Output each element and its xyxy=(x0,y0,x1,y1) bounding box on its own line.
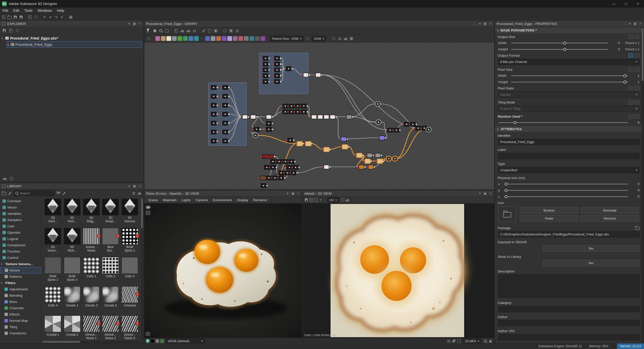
library-item[interactable]: Cells 1 xyxy=(82,257,101,286)
colorspace-select[interactable]: sRGB (default)▾ xyxy=(166,338,205,344)
library-category-effects[interactable]: Effects xyxy=(0,311,41,318)
property-select[interactable]: 8 Bits per Channel▾ xyxy=(498,59,639,65)
fx-map-node-icon[interactable] xyxy=(199,36,205,41)
chevron-down-icon[interactable]: ▾ xyxy=(1,282,4,284)
graph-wire[interactable] xyxy=(396,129,426,159)
slider-knob[interactable] xyxy=(623,74,626,77)
graph-node[interactable] xyxy=(359,165,364,169)
link-icon[interactable] xyxy=(635,100,639,104)
transform-icon[interactable] xyxy=(314,198,318,202)
library-item[interactable]: 3DPerli... xyxy=(62,199,82,228)
slider-value[interactable]: 0 xyxy=(611,47,620,51)
import-icon[interactable] xyxy=(27,15,33,20)
library-item[interactable]: 3DWorl... xyxy=(62,228,82,257)
levels-node-icon[interactable] xyxy=(222,36,227,41)
search-input[interactable] xyxy=(19,191,53,195)
pencil-icon[interactable] xyxy=(201,28,206,33)
graph-node[interactable] xyxy=(379,136,385,140)
graph-wire[interactable] xyxy=(346,138,379,139)
grid-view-icon[interactable] xyxy=(131,191,136,195)
uv-overlay-select[interactable]: UV▾ xyxy=(327,197,339,203)
funnel-icon[interactable] xyxy=(56,191,61,195)
close-icon[interactable]: × xyxy=(488,191,493,195)
pin-icon[interactable]: ▾ xyxy=(478,191,482,195)
redo-icon[interactable]: ↷ xyxy=(53,15,59,20)
library-category-cast[interactable]: Cast xyxy=(0,223,41,229)
size-select[interactable]: 2048▾ xyxy=(312,36,326,41)
graph-wire[interactable] xyxy=(311,144,324,149)
library-item[interactable]: ×BlueNoi... xyxy=(101,228,120,257)
library-item[interactable]: 3DVoronoi xyxy=(120,199,139,228)
library-category-noises[interactable]: Noises xyxy=(0,267,41,273)
library-category-adjustments[interactable]: Adjustments xyxy=(0,286,41,292)
refresh-icon[interactable] xyxy=(331,36,336,41)
chevron-down-icon[interactable]: ▾ xyxy=(1,263,4,265)
sharpen-node-icon[interactable] xyxy=(238,36,243,41)
library-category-control[interactable]: Control xyxy=(0,255,41,261)
graph-wire[interactable] xyxy=(381,122,388,130)
slider-knob[interactable] xyxy=(505,195,508,198)
lock-icon[interactable] xyxy=(488,339,493,343)
library-item[interactable]: 3DVoron... xyxy=(43,228,62,257)
view-3d-canvas[interactable] xyxy=(144,203,302,338)
3d-menu-renderer[interactable]: Renderer xyxy=(251,198,269,202)
svg-node-icon[interactable] xyxy=(244,36,249,41)
new-file-icon[interactable] xyxy=(1,15,7,20)
graph-node[interactable] xyxy=(262,154,267,159)
graph-wire[interactable] xyxy=(271,106,283,117)
pin-icon[interactable]: ▾ xyxy=(628,22,632,26)
library-item[interactable]: Cells 3 xyxy=(120,257,139,286)
save-all-icon[interactable] xyxy=(18,15,24,20)
pixel-processor-node-icon[interactable] xyxy=(233,36,238,41)
slider-value[interactable]: 1 xyxy=(630,74,639,78)
pin-icon[interactable]: ▾ xyxy=(478,22,482,26)
undo-history-icon[interactable]: ▾ xyxy=(48,15,53,20)
property-input[interactable] xyxy=(498,153,639,159)
open-file-icon[interactable] xyxy=(7,15,12,20)
float-icon[interactable]: ▣ xyxy=(483,22,487,26)
pan-tool-icon[interactable] xyxy=(152,28,157,33)
slider-value[interactable]: 6 xyxy=(630,121,639,124)
slider-knob[interactable] xyxy=(623,81,626,84)
library-category-operator[interactable]: Operator xyxy=(0,229,41,236)
package-label[interactable]: Procedural_Fried_Eggs.sbs* xyxy=(10,36,58,40)
close-icon[interactable]: × xyxy=(138,22,142,26)
redo-history-icon[interactable]: ▾ xyxy=(59,15,65,20)
property-input[interactable] xyxy=(498,334,639,340)
menu-file[interactable]: File xyxy=(0,8,11,14)
histogram-icon[interactable] xyxy=(343,36,348,41)
menu-help[interactable]: Help xyxy=(54,8,67,14)
swatch-green[interactable] xyxy=(160,339,164,343)
minimize-button[interactable]: — xyxy=(608,0,620,8)
graph-wire[interactable] xyxy=(381,104,426,129)
property-input[interactable] xyxy=(498,306,639,312)
slider-control[interactable] xyxy=(504,188,628,192)
graph-node[interactable] xyxy=(297,142,302,146)
link-icon[interactable] xyxy=(635,114,639,119)
library-item[interactable]: ×Directi...Noise 1 xyxy=(82,316,101,343)
close-icon[interactable]: × xyxy=(296,191,300,195)
text-node-icon[interactable] xyxy=(249,36,254,41)
graph-node[interactable] xyxy=(346,115,352,119)
import-icon[interactable] xyxy=(8,28,14,33)
yes-button[interactable]: Yes xyxy=(543,245,639,252)
graph-row-selected[interactable]: ▸ Procedural_Fried_Eggs xyxy=(7,41,142,48)
slider-control[interactable] xyxy=(504,182,628,186)
library-category-blending[interactable]: Blending xyxy=(0,292,41,299)
browse-button[interactable]: Browse xyxy=(520,207,578,214)
chevron-down-icon[interactable]: ▾ xyxy=(1,37,4,40)
histogram-icon[interactable] xyxy=(345,198,349,202)
link-icon[interactable] xyxy=(635,86,639,90)
grid-toggle-icon[interactable] xyxy=(446,339,451,343)
blend-node-icon[interactable] xyxy=(161,36,166,41)
library-category-transforms[interactable]: Transforms xyxy=(0,330,41,336)
graph-canvas[interactable] xyxy=(144,43,494,189)
edit-icon[interactable] xyxy=(8,191,12,195)
link-icon[interactable] xyxy=(635,35,639,39)
property-input[interactable]: Procedural_Fried_Eggs xyxy=(498,139,639,145)
fit-view-icon[interactable] xyxy=(457,339,461,343)
directional-warp-node-icon[interactable] xyxy=(183,36,188,41)
library-item[interactable]: Clouds 3 xyxy=(101,286,120,316)
graph-wire[interactable] xyxy=(352,104,375,117)
save-icon[interactable] xyxy=(2,28,7,33)
